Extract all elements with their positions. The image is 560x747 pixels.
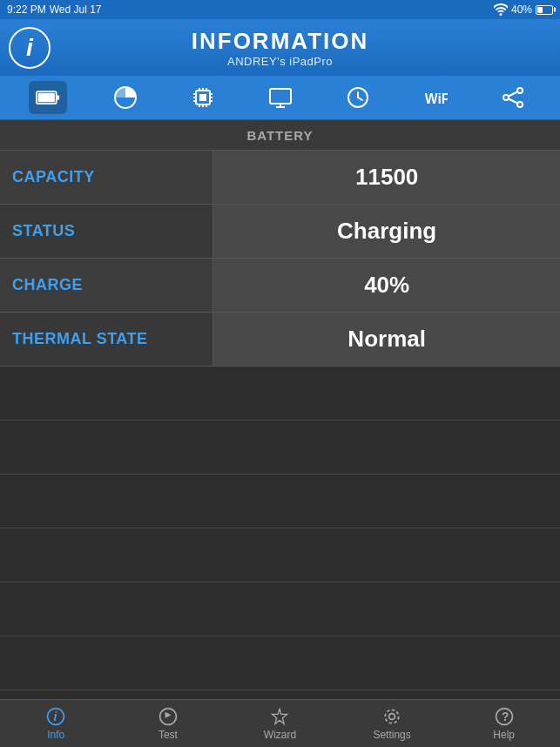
bottom-tab-info[interactable]: i Info — [12, 706, 99, 741]
charge-label: CHARGE — [0, 276, 213, 294]
date-display: Wed Jul 17 — [50, 3, 102, 16]
empty-row — [0, 474, 560, 528]
battery-data-table: CAPACITY 11500 STATUS Charging CHARGE 40… — [0, 151, 560, 367]
svg-text:i: i — [54, 710, 58, 723]
svg-rect-18 — [270, 89, 291, 104]
status-right: 40% — [494, 3, 553, 16]
table-row: CHARGE 40% — [0, 259, 560, 313]
svg-text:?: ? — [502, 710, 509, 723]
wizard-tab-label: Wizard — [264, 729, 296, 741]
svg-point-34 — [389, 714, 395, 720]
share-nav-icon — [501, 85, 525, 110]
nav-tab-cpu[interactable] — [184, 81, 222, 114]
svg-line-28 — [509, 92, 517, 97]
svg-text:WiFi: WiFi — [424, 91, 447, 106]
status-label: STATUS — [0, 222, 213, 240]
test-tab-icon — [158, 706, 179, 727]
nav-tab-display[interactable] — [261, 81, 300, 114]
capacity-value-cell: 11500 — [213, 151, 560, 204]
cpu-nav-icon — [191, 85, 215, 110]
svg-point-35 — [385, 710, 398, 723]
svg-line-29 — [509, 99, 517, 104]
svg-rect-5 — [199, 94, 206, 101]
thermal-value-cell: Normal — [213, 313, 560, 366]
empty-row — [0, 421, 560, 474]
info-tab-label: Info — [47, 729, 64, 741]
capacity-value: 11500 — [355, 164, 418, 191]
svg-point-27 — [517, 102, 523, 107]
svg-rect-2 — [37, 93, 54, 103]
wifi-icon — [494, 3, 508, 16]
thermal-label: THERMAL STATE — [0, 330, 213, 348]
table-row: CAPACITY 11500 — [0, 151, 560, 205]
svg-point-26 — [503, 95, 509, 100]
info-tab-icon: i — [45, 706, 66, 727]
empty-row — [0, 582, 560, 636]
header-title-block: INFORMATION ANDREY's iPadPro — [192, 28, 369, 68]
app-title: INFORMATION — [192, 28, 369, 55]
help-tab-label: Help — [493, 729, 515, 741]
nav-tab-battery[interactable] — [29, 81, 67, 114]
section-header: BATTERY — [0, 119, 560, 151]
bottom-tab-test[interactable]: Test — [125, 706, 212, 741]
table-row: STATUS Charging — [0, 205, 560, 259]
svg-line-23 — [358, 98, 362, 100]
bottom-tabs: i Info Test Wizard Settings ? Help — [0, 699, 560, 747]
section-title: BATTERY — [246, 128, 313, 143]
battery-fill — [537, 7, 543, 13]
history-nav-icon — [346, 85, 370, 110]
test-tab-label: Test — [159, 729, 178, 741]
wizard-tab-icon — [269, 706, 290, 727]
bottom-tab-help[interactable]: ? Help — [461, 706, 548, 741]
settings-tab-icon — [381, 706, 402, 727]
settings-tab-label: Settings — [373, 729, 410, 741]
bottom-tab-settings[interactable]: Settings — [348, 706, 435, 741]
svg-point-25 — [517, 88, 523, 93]
wifi-nav-icon: WiFi — [423, 85, 448, 110]
svg-rect-1 — [56, 95, 59, 99]
status-bar: 9:22 PM Wed Jul 17 40% — [0, 0, 560, 19]
nav-tab-network[interactable] — [106, 81, 145, 114]
empty-row — [0, 636, 560, 690]
empty-row — [0, 367, 560, 421]
status-left: 9:22 PM Wed Jul 17 — [7, 3, 102, 16]
display-nav-icon — [268, 85, 293, 110]
battery-icon — [536, 5, 553, 15]
thermal-value: Normal — [347, 326, 426, 353]
status-value-cell: Charging — [213, 205, 560, 258]
app-header: i INFORMATION ANDREY's iPadPro — [0, 19, 560, 76]
help-tab-icon: ? — [494, 706, 515, 727]
network-nav-icon — [113, 85, 138, 110]
time-display: 9:22 PM — [7, 3, 46, 16]
nav-tab-history[interactable] — [339, 81, 377, 114]
status-value: Charging — [337, 218, 436, 245]
bottom-tab-wizard[interactable]: Wizard — [236, 706, 323, 741]
battery-percent: 40% — [511, 3, 532, 16]
table-row: THERMAL STATE Normal — [0, 313, 560, 367]
charge-value: 40% — [364, 272, 409, 299]
capacity-label: CAPACITY — [0, 168, 213, 186]
charge-value-cell: 40% — [213, 259, 560, 312]
device-name: ANDREY's iPadPro — [192, 55, 369, 68]
battery-nav-icon — [36, 85, 60, 110]
empty-row — [0, 528, 560, 582]
nav-tabs: WiFi — [0, 76, 560, 119]
nav-tab-share[interactable] — [494, 81, 532, 114]
svg-marker-33 — [273, 709, 287, 724]
app-logo-icon: i — [9, 27, 51, 69]
empty-rows-section — [0, 367, 560, 690]
nav-tab-wifi[interactable]: WiFi — [416, 81, 455, 114]
